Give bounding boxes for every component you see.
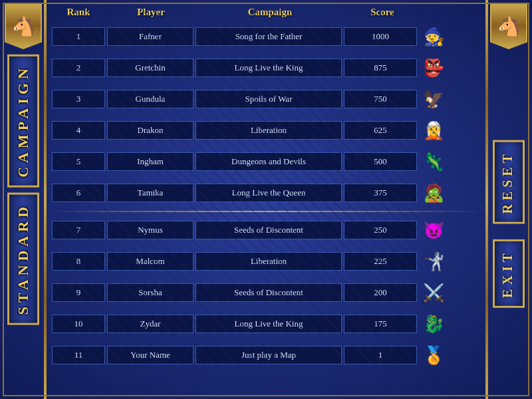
cell-campaign: Song for the Father bbox=[196, 27, 342, 46]
cell-campaign: Long Live the King bbox=[196, 315, 342, 333]
cell-campaign: Spoils of War bbox=[196, 90, 342, 108]
cell-rank: 4 bbox=[52, 121, 105, 140]
sidebar-right: 🐴 RESET EXIT bbox=[485, 0, 532, 399]
table-row: 6 Tamika Long Live the Queen 375 🧟 bbox=[49, 178, 483, 207]
sidebar-left: 🐴 CAMPAIGN STANDARD bbox=[0, 0, 47, 399]
cell-rank: 6 bbox=[52, 184, 105, 202]
horse-icon-left: 🐴 bbox=[12, 15, 35, 37]
section-divider bbox=[49, 211, 483, 212]
cell-player: Tamika bbox=[107, 184, 194, 202]
cell-campaign: Seeds of Discontent bbox=[196, 283, 342, 302]
cell-score: 875 bbox=[344, 59, 417, 77]
cell-rank: 11 bbox=[52, 346, 105, 364]
main-content: Rank Player Campaign Score 1 Fafner Song… bbox=[47, 0, 485, 399]
portrait-icon: 🦅 bbox=[419, 84, 448, 114]
left-banner-right: 🐴 bbox=[490, 3, 527, 49]
portrait-icon: 🦎 bbox=[419, 147, 448, 176]
portrait-icon: 😈 bbox=[419, 215, 448, 245]
cell-rank: 2 bbox=[52, 59, 105, 77]
cell-player: Drakon bbox=[107, 121, 194, 140]
cell-score: 750 bbox=[344, 90, 417, 108]
cell-rank: 10 bbox=[52, 315, 105, 333]
cell-player: Gretchin bbox=[107, 59, 194, 77]
cell-player: Malcom bbox=[107, 252, 194, 271]
cell-campaign: Dungeons and Devils bbox=[196, 152, 342, 171]
cell-player: Fafner bbox=[107, 27, 194, 46]
cell-player: Sorsha bbox=[107, 283, 194, 302]
table-row: 7 Nymus Seeds of Discontent 250 😈 bbox=[49, 215, 483, 245]
table-row[interactable]: 11 Your Name Just play a Map 1 🏅 bbox=[49, 340, 483, 370]
table-row: 10 Zydar Long Live the King 175 🐉 bbox=[49, 309, 483, 338]
header-score: Score bbox=[346, 5, 419, 19]
portrait-icon: 🤺 bbox=[419, 247, 448, 276]
cell-score: 225 bbox=[344, 252, 417, 271]
table-row: 5 Ingham Dungeons and Devils 500 🦎 bbox=[49, 147, 483, 176]
cell-score: 250 bbox=[344, 221, 417, 239]
cell-rank: 9 bbox=[52, 283, 105, 302]
cell-score: 1000 bbox=[344, 27, 417, 46]
cell-campaign: Long Live the Queen bbox=[196, 184, 342, 202]
cell-score: 1 bbox=[344, 346, 417, 364]
portrait-icon: 👺 bbox=[419, 53, 448, 82]
table-row: 9 Sorsha Seeds of Discontent 200 ⚔️ bbox=[49, 278, 483, 307]
portrait-icon: 🏅 bbox=[419, 340, 448, 370]
header-player: Player bbox=[108, 5, 194, 19]
cell-campaign: Seeds of Discontent bbox=[196, 221, 342, 239]
table-row: 4 Drakon Liberation 625 🧝 bbox=[49, 116, 483, 145]
portrait-icon: 🧝 bbox=[419, 116, 448, 145]
cell-player: Gundula bbox=[107, 90, 194, 108]
cell-score: 500 bbox=[344, 152, 417, 171]
cell-player: Zydar bbox=[107, 315, 194, 333]
header-campaign: Campaign bbox=[197, 5, 343, 19]
table-row: 3 Gundula Spoils of War 750 🦅 bbox=[49, 84, 483, 114]
portrait-icon: 🧟 bbox=[419, 178, 448, 207]
table-header: Rank Player Campaign Score bbox=[49, 5, 483, 19]
cell-player[interactable]: Your Name bbox=[107, 346, 194, 364]
horse-icon-right: 🐴 bbox=[497, 15, 521, 37]
portrait-icon: 🧙 bbox=[419, 22, 448, 51]
table-row: 1 Fafner Song for the Father 1000 🧙 bbox=[49, 22, 483, 51]
cell-score: 375 bbox=[344, 184, 417, 202]
cell-rank: 5 bbox=[52, 152, 105, 171]
cell-player: Nymus bbox=[107, 221, 194, 239]
portrait-icon: ⚔️ bbox=[419, 278, 448, 307]
table-row: 8 Malcom Liberation 225 🤺 bbox=[49, 247, 483, 276]
cell-campaign: Just play a Map bbox=[196, 346, 342, 364]
cell-player: Ingham bbox=[107, 152, 194, 171]
cell-campaign: Liberation bbox=[196, 121, 342, 140]
table-row: 2 Gretchin Long Live the King 875 👺 bbox=[49, 53, 483, 82]
cell-rank: 8 bbox=[52, 252, 105, 271]
cell-rank: 1 bbox=[52, 27, 105, 46]
campaign-label: CAMPAIGN bbox=[7, 55, 39, 188]
left-banner-top: 🐴 bbox=[5, 3, 42, 49]
cell-score: 175 bbox=[344, 315, 417, 333]
main-window: 🐴 CAMPAIGN STANDARD Rank Player Campaign… bbox=[0, 0, 532, 399]
score-table: 1 Fafner Song for the Father 1000 🧙 2 Gr… bbox=[49, 22, 483, 394]
cell-rank: 3 bbox=[52, 90, 105, 108]
cell-rank: 7 bbox=[52, 221, 105, 239]
cell-campaign: Liberation bbox=[196, 252, 342, 271]
reset-button[interactable]: RESET bbox=[493, 140, 525, 224]
header-rank: Rank bbox=[52, 5, 105, 19]
exit-button[interactable]: EXIT bbox=[493, 239, 525, 308]
cell-campaign: Long Live the King bbox=[196, 59, 342, 77]
cell-score: 200 bbox=[344, 283, 417, 302]
cell-score: 625 bbox=[344, 121, 417, 140]
portrait-icon: 🐉 bbox=[419, 309, 448, 338]
standard-label: STANDARD bbox=[7, 193, 39, 325]
